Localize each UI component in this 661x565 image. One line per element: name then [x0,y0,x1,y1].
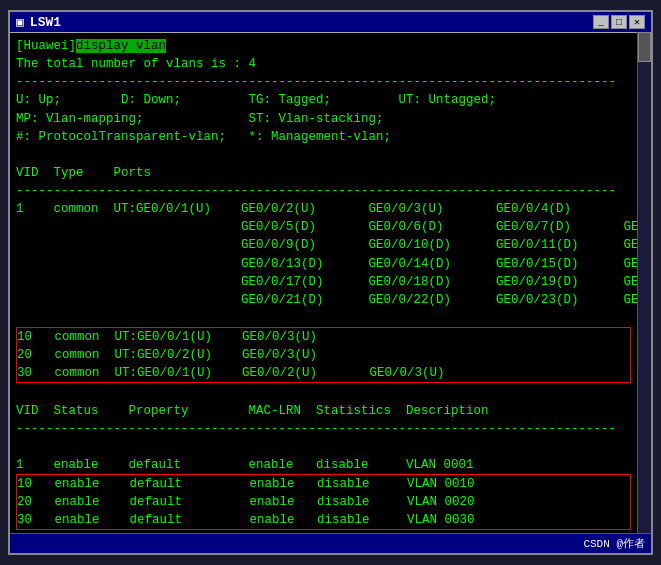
legend-mp-st: MP: Vlan-mapping; ST: Vlan-stacking; [16,110,645,128]
restore-button[interactable]: □ [611,15,627,29]
blank-1 [16,146,645,164]
vlan-ports-red-box: 10 common UT:GE0/0/1(U) GE0/0/3(U) 20 co… [16,327,631,383]
vlan20-ports: 20 common UT:GE0/0/2(U) GE0/0/3(U) [17,346,630,364]
title-controls[interactable]: _ □ ✕ [593,15,645,29]
scrollbar[interactable] [637,32,651,533]
watermark: CSDN @作者 [583,536,645,551]
legend-hash-star: #: ProtocolTransparent-vlan; *: Manageme… [16,128,645,146]
terminal-area[interactable]: [Huawei]display vlan The total number of… [10,33,651,533]
divider-2: ----------------------------------------… [16,182,645,200]
divider-1: ----------------------------------------… [16,73,645,91]
minimize-button[interactable]: _ [593,15,609,29]
vsp-header: VID Status Property MAC-LRN Statistics D… [16,402,645,420]
vlan1-row-5: GE0/0/17(D) GE0/0/18(D) GE0/0/19(D) GE0/… [16,273,645,291]
window-icon: ▣ [16,14,24,30]
terminal-window: ▣ LSW1 _ □ ✕ [Huawei]display vlan The to… [8,10,653,555]
bottom-bar: CSDN @作者 [10,533,651,553]
blank-4 [16,438,645,456]
vlan20-status: 20 enable default enable disable VLAN 00… [17,493,630,511]
scrollbar-thumb[interactable] [638,32,651,62]
vlan-count-line: The total number of vlans is : 4 [16,55,645,73]
vlan1-row-2: GE0/0/5(D) GE0/0/6(D) GE0/0/7(D) GE0/0/8… [16,218,645,236]
blank-3 [16,383,645,401]
vlan1-status: 1 enable default enable disable VLAN 000… [16,456,645,474]
vlan1-row-6: GE0/0/21(D) GE0/0/22(D) GE0/0/23(D) GE0/… [16,291,645,309]
vlan30-status: 30 enable default enable disable VLAN 00… [17,511,630,529]
title-bar-left: ▣ LSW1 [16,14,61,30]
title-bar: ▣ LSW1 _ □ ✕ [10,12,651,33]
vtp-header: VID Type Ports [16,164,645,182]
vlan30-ports: 30 common UT:GE0/0/1(U) GE0/0/2(U) GE0/0… [17,364,630,382]
vlan10-ports: 10 common UT:GE0/0/1(U) GE0/0/3(U) [17,328,630,346]
command-highlight: display vlan [76,39,166,53]
window-title: LSW1 [30,15,61,30]
prompt: [Huawei] [16,39,76,53]
legend-up-down: U: Up; D: Down; TG: Tagged; UT: Untagged… [16,91,645,109]
blank-2 [16,309,645,327]
vlan1-row-3: GE0/0/9(D) GE0/0/10(D) GE0/0/11(D) GE0/0… [16,236,645,254]
divider-3: ----------------------------------------… [16,420,645,438]
vlan-status-red-box: 10 enable default enable disable VLAN 00… [16,474,631,530]
vlan10-status: 10 enable default enable disable VLAN 00… [17,475,630,493]
vlan1-row-4: GE0/0/13(D) GE0/0/14(D) GE0/0/15(D) GE0/… [16,255,645,273]
command-line: [Huawei]display vlan [16,37,645,55]
vlan1-row-1: 1 common UT:GE0/0/1(U) GE0/0/2(U) GE0/0/… [16,200,645,218]
close-button[interactable]: ✕ [629,15,645,29]
